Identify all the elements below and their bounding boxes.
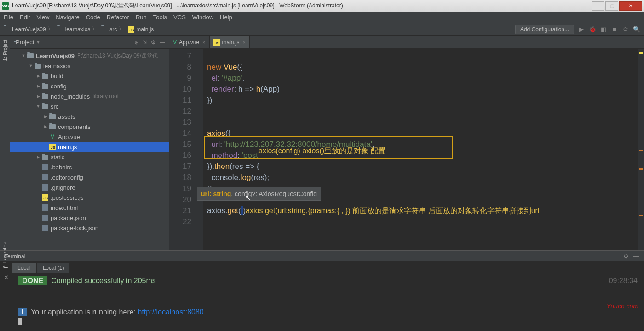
update-icon[interactable]: ⟳ bbox=[622, 26, 629, 33]
tree-item[interactable]: JSmain.js bbox=[10, 142, 169, 152]
hide-icon[interactable]: — bbox=[160, 39, 165, 46]
breadcrumb-item[interactable]: LearnVuejs09〉 bbox=[4, 25, 55, 33]
gear-icon[interactable]: ⚙ bbox=[623, 253, 629, 260]
add-configuration-button[interactable]: Add Configuration... bbox=[515, 25, 574, 34]
file-icon bbox=[41, 215, 49, 221]
minimize-button[interactable]: — bbox=[592, 1, 604, 11]
gear-icon[interactable]: ⚙ bbox=[151, 39, 156, 46]
editor-tabs: VApp.vue× JSmain.js× bbox=[169, 36, 644, 49]
hide-icon[interactable]: — bbox=[633, 253, 639, 260]
menu-help[interactable]: Help bbox=[220, 14, 232, 21]
favorites-tool-tab[interactable]: 2: Favorites bbox=[2, 242, 7, 268]
left-tool-strip: 1: Project bbox=[0, 36, 10, 250]
terminal-panel: Terminal ⚙ — + Local Local (1) ✕ DONE Co… bbox=[0, 250, 644, 331]
js-icon: JS bbox=[213, 39, 220, 46]
menu-refactor[interactable]: Refactor bbox=[107, 14, 129, 21]
tree-item[interactable]: .editorconfig bbox=[10, 172, 169, 182]
tree-item[interactable]: JS.postcssrc.js bbox=[10, 192, 169, 203]
status-badge: DONE bbox=[18, 276, 47, 285]
parameter-hint: url: string, config?: AxiosRequestConfig bbox=[197, 187, 321, 201]
vue-icon: V bbox=[49, 134, 56, 140]
terminal-tab[interactable]: Local (1) bbox=[37, 263, 70, 273]
folder-icon bbox=[41, 103, 49, 110]
close-button[interactable]: ✕ bbox=[619, 1, 642, 11]
tree-item[interactable]: ▶build bbox=[10, 71, 169, 81]
terminal-body[interactable]: ✕ DONE Compiled successfully in 205ms 09… bbox=[0, 274, 644, 331]
file-icon bbox=[41, 184, 49, 191]
breadcrumb-item[interactable]: src〉 bbox=[101, 25, 126, 33]
terminal-timestamp: 09:28:34 bbox=[609, 277, 638, 285]
tree-item[interactable]: .babelrc bbox=[10, 162, 169, 172]
menu-vcs[interactable]: VCS bbox=[173, 14, 186, 21]
window-titlebar: WS LearnVuejs09 [F:\share\13-Vuejs\Day 0… bbox=[0, 0, 644, 12]
menu-bar: File Edit View Navigate Code Refactor Ru… bbox=[0, 12, 644, 23]
menu-edit[interactable]: Edit bbox=[20, 14, 30, 21]
js-icon: JS bbox=[49, 144, 56, 150]
menu-code[interactable]: Code bbox=[86, 14, 100, 21]
annotation-text: axios.get(url:string,{pramas:{ , }) 前面放的… bbox=[246, 207, 539, 215]
menu-run[interactable]: Run bbox=[136, 14, 147, 21]
file-icon bbox=[41, 225, 49, 231]
annotation-text: axios(config) axios()里放的是对象 配置 bbox=[259, 145, 385, 157]
folder-icon bbox=[49, 113, 56, 120]
file-icon bbox=[41, 164, 49, 170]
menu-window[interactable]: Window bbox=[192, 14, 213, 21]
folder-icon bbox=[41, 83, 49, 89]
folder-icon bbox=[49, 123, 56, 130]
menu-file[interactable]: File bbox=[4, 14, 13, 21]
project-tool-tab[interactable]: 1: Project bbox=[2, 40, 8, 61]
app-icon: WS bbox=[2, 2, 9, 10]
coverage-icon[interactable]: ◧ bbox=[600, 26, 607, 33]
collapse-icon[interactable]: ⇲ bbox=[143, 39, 147, 46]
close-icon[interactable]: × bbox=[202, 40, 205, 45]
navigation-bar: LearnVuejs09〉 learnaxios〉 src〉 JSmain.js… bbox=[0, 23, 644, 36]
tree-item[interactable]: ▼src bbox=[10, 101, 169, 111]
window-title: LearnVuejs09 [F:\share\13-Vuejs\Day 09\课… bbox=[12, 2, 592, 10]
left-tool-strip-bottom: 2: Favorites bbox=[0, 239, 10, 271]
tree-item[interactable]: ▶components bbox=[10, 122, 169, 132]
maximize-button[interactable]: ▢ bbox=[605, 1, 618, 11]
file-icon bbox=[41, 174, 49, 180]
editor-marker-strip[interactable] bbox=[638, 49, 644, 250]
folder-icon bbox=[41, 93, 49, 99]
stop-icon[interactable]: ■ bbox=[611, 26, 618, 33]
breadcrumb-item[interactable]: JSmain.js bbox=[128, 26, 154, 33]
tree-item[interactable]: package-lock.json bbox=[10, 223, 169, 233]
localhost-link[interactable]: http://localhost:8080 bbox=[138, 308, 204, 316]
tree-item[interactable]: ▶assets bbox=[10, 111, 169, 122]
watermark: Yuucn.com bbox=[606, 302, 638, 310]
js-icon: JS bbox=[41, 194, 49, 201]
search-icon[interactable]: 🔍 bbox=[633, 26, 640, 33]
project-tree[interactable]: ▼ LearnVuejs09 F:\share\13-Vuejs\Day 09\… bbox=[10, 49, 169, 250]
code-editor[interactable]: 78910111213141516171819202122 new Vue({ … bbox=[169, 49, 644, 250]
editor-tab[interactable]: VApp.vue× bbox=[169, 36, 210, 48]
tree-item[interactable]: VApp.vue bbox=[10, 132, 169, 142]
target-icon[interactable]: ⊕ bbox=[134, 39, 139, 46]
editor-tab[interactable]: JSmain.js× bbox=[210, 36, 250, 48]
project-panel: Project ▼ ⊕ ⇲ ⚙ — ▼ LearnVuejs09 F:\shar… bbox=[10, 36, 169, 250]
menu-navigate[interactable]: Navigate bbox=[56, 14, 79, 21]
menu-tools[interactable]: Tools bbox=[153, 14, 167, 21]
close-terminal-icon[interactable]: ✕ bbox=[4, 274, 9, 281]
tree-item[interactable]: .gitignore bbox=[10, 182, 169, 192]
project-panel-title[interactable]: Project ▼ bbox=[14, 39, 40, 46]
breadcrumb-item[interactable]: learnaxios〉 bbox=[57, 25, 100, 33]
tree-item[interactable]: ▼learnaxios bbox=[10, 61, 169, 71]
tree-item[interactable]: ▶config bbox=[10, 81, 169, 91]
debug-icon[interactable]: 🐞 bbox=[589, 26, 596, 33]
close-icon[interactable]: × bbox=[243, 40, 246, 45]
tree-item[interactable]: index.html bbox=[10, 203, 169, 213]
tree-item[interactable]: ▶node_moduleslibrary root bbox=[10, 91, 169, 101]
tree-item[interactable]: package.json bbox=[10, 213, 169, 223]
folder-icon bbox=[34, 63, 41, 69]
tree-item[interactable]: ▶static bbox=[10, 152, 169, 162]
terminal-tab[interactable]: Local bbox=[12, 263, 36, 273]
vue-icon: V bbox=[173, 39, 177, 46]
run-icon[interactable]: ▶ bbox=[578, 26, 585, 33]
editor-area: VApp.vue× JSmain.js× 7891011121314151617… bbox=[169, 36, 644, 250]
menu-view[interactable]: View bbox=[36, 14, 49, 21]
line-gutter: 78910111213141516171819202122 bbox=[169, 49, 197, 250]
info-badge: I bbox=[18, 308, 27, 316]
tree-root[interactable]: ▼ LearnVuejs09 F:\share\13-Vuejs\Day 09\… bbox=[10, 51, 169, 61]
folder-icon bbox=[41, 73, 49, 79]
